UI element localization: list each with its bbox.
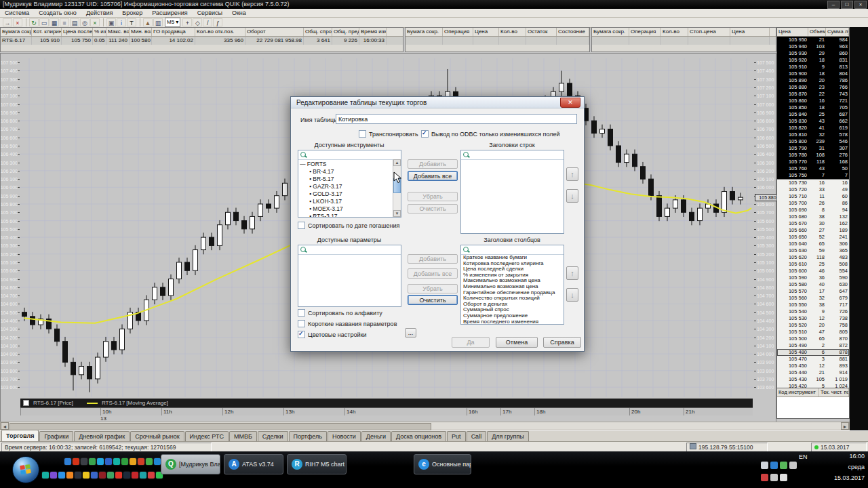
tree-item-rts-3.17[interactable]: ▪ RTS-3.17	[300, 213, 392, 218]
column-header[interactable]: Сумма лучших	[826, 28, 849, 36]
column-header-item[interactable]: Количество открытых позиций	[461, 296, 564, 302]
app-icon[interactable]	[81, 458, 87, 465]
maximize-button[interactable]: □	[841, 1, 853, 9]
table-name-input[interactable]: Котировка	[336, 114, 577, 124]
clear-params-button[interactable]: Очистить	[408, 295, 458, 305]
column-header[interactable]: Оборот	[245, 28, 304, 36]
color-settings-more-button[interactable]: ...	[405, 328, 416, 338]
tab-торговля[interactable]: Торговля	[1, 430, 39, 441]
tab-дневной-график[interactable]: Дневной график	[74, 431, 130, 441]
ask-row[interactable]: 105 81032578	[777, 131, 849, 138]
app-icon[interactable]	[121, 458, 128, 465]
column-header-item[interactable]: Оборот в деньгах	[461, 302, 564, 308]
app-icon[interactable]	[58, 472, 65, 479]
ask-row[interactable]: 105 83043662	[777, 118, 849, 125]
tray-icon[interactable]	[761, 474, 768, 481]
tray-icon[interactable]	[789, 462, 797, 469]
timeframe-select[interactable]: M5 ▾	[165, 18, 180, 27]
ok-button[interactable]: Да	[452, 337, 490, 348]
column-header-item[interactable]: Краткое название бумаги	[461, 255, 564, 261]
bid-row[interactable]: 105 44021914	[777, 369, 849, 376]
tab-доска-опционов[interactable]: Доска опционов	[391, 431, 446, 441]
ask-row[interactable]: 105 75077	[777, 172, 849, 179]
color-settings-box[interactable]	[298, 331, 305, 338]
table-row[interactable]: RTS-6.17105 910105 7500.05111 240100 580…	[1, 37, 403, 45]
short-names-box[interactable]	[298, 320, 305, 327]
column-header[interactable]: Цена послед.	[62, 28, 93, 36]
column-header[interactable]: Общ. предл.	[332, 28, 359, 36]
move-row-up-button[interactable]: ↑	[566, 167, 578, 181]
toolbar-button-7[interactable]: ◎	[80, 18, 90, 26]
bid-row[interactable]: 105 52020758	[777, 322, 849, 329]
toolbar-button-13[interactable]: ▥	[153, 18, 163, 26]
tab-сделки[interactable]: Сделки	[258, 431, 288, 441]
column-header[interactable]: Тек. чист. поз.	[819, 388, 849, 396]
bid-row[interactable]: 105 7301616	[777, 180, 849, 186]
bid-row[interactable]: 105 4301051 019	[777, 376, 849, 383]
menu-item-сервисы[interactable]: Сервисы	[193, 9, 227, 16]
ask-row[interactable]: 105 940103963	[777, 43, 849, 50]
app-icon[interactable]	[42, 472, 49, 479]
menu-item-создать-окно[interactable]: Создать окно	[34, 9, 81, 16]
tree-item-lkoh-3.17[interactable]: ▪ LKOH-3.17	[300, 198, 392, 205]
column-header[interactable]: Операция	[629, 28, 661, 36]
scroll-up-arrow[interactable]: ▲	[393, 159, 401, 166]
column-header-item[interactable]: % изменения от закрытия	[461, 272, 564, 279]
app-icon[interactable]	[107, 472, 114, 479]
app-icon[interactable]	[113, 458, 120, 465]
col-headers-search[interactable]	[461, 245, 564, 255]
params-search[interactable]	[298, 245, 401, 255]
tree-item-br-4.17[interactable]: ▪ BR-4.17	[300, 168, 392, 176]
table-row[interactable]	[406, 37, 589, 45]
bid-row[interactable]: 105 4703881	[777, 356, 849, 363]
bid-row[interactable]: 105 7002686	[777, 200, 849, 207]
column-header[interactable]: Остаток	[526, 28, 557, 36]
tree-item-moex-3.17[interactable]: ▪ MOEX-3.17	[300, 205, 392, 213]
clock-date[interactable]: 15.03.2017	[817, 474, 865, 481]
scrollbar-thumb[interactable]	[9, 423, 431, 430]
ask-row[interactable]: 105 9109813	[777, 64, 849, 70]
bid-row[interactable]: 105 620118483	[777, 254, 849, 261]
app-icon[interactable]	[146, 458, 153, 465]
column-header-item[interactable]: Время последнего изменения	[461, 319, 564, 325]
toolbar-button-10[interactable]: i	[117, 18, 126, 26]
dialog-titlebar[interactable]: Редактирование таблицы текущих торгов	[291, 97, 584, 108]
tab-для-группы[interactable]: Для группы	[487, 431, 529, 441]
app-icon[interactable]	[140, 472, 146, 479]
app-icon[interactable]	[50, 472, 57, 479]
add-instrument-button[interactable]: Добавить	[408, 159, 458, 169]
column-header-item[interactable]: Суммарный спрос	[461, 307, 564, 313]
tray-icon[interactable]	[780, 462, 787, 469]
table-row[interactable]	[592, 37, 776, 45]
column-header[interactable]: Кол-во отк.поз.	[195, 28, 245, 36]
app-icon[interactable]	[89, 458, 96, 465]
language-indicator[interactable]: EN	[799, 453, 808, 460]
sort-alpha-box[interactable]	[298, 309, 305, 317]
column-header[interactable]: Макс. воз	[106, 28, 130, 36]
column-header-item[interactable]: Цена последней сделки	[461, 266, 564, 272]
bid-row[interactable]: 105 53012738	[777, 315, 849, 322]
tab-графики[interactable]: Графики	[39, 431, 73, 441]
column-header-item[interactable]: Котировка последнего клиринга	[461, 261, 564, 267]
column-header[interactable]: % изм	[93, 28, 106, 36]
bid-row[interactable]: 105 63059365	[777, 247, 849, 254]
column-header[interactable]: Кол-во	[661, 28, 688, 36]
ask-row[interactable]: 105 85018705	[777, 104, 849, 111]
tray-icon[interactable]	[770, 462, 778, 469]
app-icon[interactable]	[130, 458, 136, 465]
bid-row[interactable]: 105 66027189	[777, 227, 849, 234]
remove-instrument-button[interactable]: Убрать	[408, 192, 458, 201]
tray-icon[interactable]	[761, 462, 768, 469]
column-header[interactable]: Стоп-цена	[688, 28, 730, 36]
params-list[interactable]	[298, 245, 401, 307]
bid-row[interactable]: 105 690894	[777, 207, 849, 214]
bid-row[interactable]: 105 7101160	[777, 193, 849, 200]
ask-row[interactable]: 105 89020786	[777, 77, 849, 84]
ask-row[interactable]: 105 770118168	[777, 159, 849, 165]
app-icon[interactable]	[115, 472, 122, 479]
tray-icon[interactable]	[780, 474, 787, 481]
tab-деньги[interactable]: Деньги	[361, 431, 391, 441]
tab-call[interactable]: Call	[467, 431, 487, 441]
clear-instruments-button[interactable]: Очистить	[408, 204, 458, 214]
app-icon[interactable]	[97, 458, 104, 465]
